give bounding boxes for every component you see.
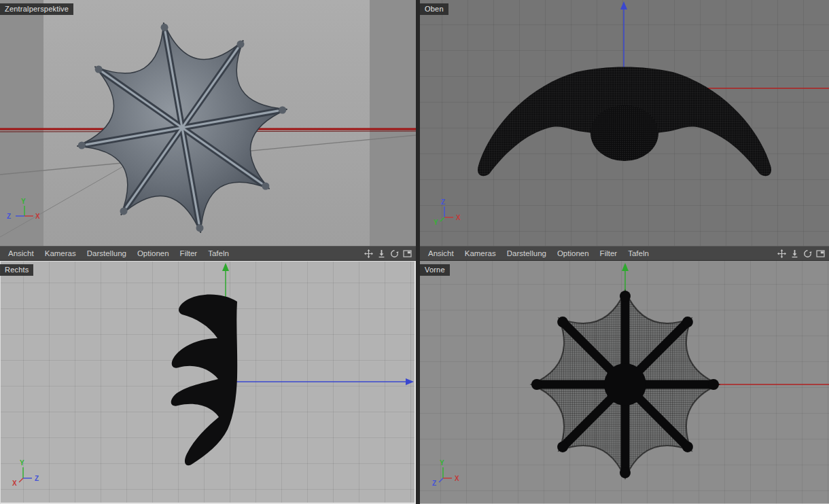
viewport-menubar-right: Ansicht Kameras Darstellung Optionen Fil…: [420, 246, 829, 261]
viewport-menubar-left: Ansicht Kameras Darstellung Optionen Fil…: [0, 246, 416, 261]
maximize-viewport-icon[interactable]: [402, 249, 412, 258]
axis-label-y: Y: [434, 219, 438, 226]
dolly-icon[interactable]: [790, 249, 799, 258]
camera-tool-icons: [777, 249, 826, 258]
axis-gizmo: Y Z X: [7, 198, 40, 220]
menu-filter[interactable]: Filter: [595, 249, 623, 258]
pan-icon[interactable]: [777, 249, 786, 258]
axis-label-z: Z: [35, 475, 39, 482]
pan-icon[interactable]: [364, 249, 373, 258]
maximize-viewport-icon[interactable]: [815, 249, 825, 258]
menu-filter[interactable]: Filter: [175, 249, 203, 258]
scene-perspective: Y Z X: [0, 0, 416, 246]
z-axis-arrow: [620, 1, 627, 10]
viewport-label: Zentralperspektive: [0, 3, 73, 15]
rotate-icon[interactable]: [802, 249, 812, 258]
menu-darstellung[interactable]: Darstellung: [501, 249, 552, 258]
viewport-top[interactable]: Z X Y Oben: [420, 0, 829, 246]
menu-optionen[interactable]: Optionen: [132, 249, 175, 258]
axis-label-z: Z: [7, 213, 11, 220]
axis-label-x: X: [456, 214, 461, 221]
viewport-perspective[interactable]: Y Z X Zentralperspektive: [0, 0, 416, 246]
scene-right: Y Z X: [0, 261, 416, 504]
viewport-front[interactable]: Y X Z Vorne: [420, 261, 829, 504]
scene-front: Y X Z: [420, 261, 829, 504]
right-viewport-column: Z X Y Oben Ansicht Kameras Darstellung O…: [420, 0, 829, 504]
menu-tafeln[interactable]: Tafeln: [622, 249, 654, 258]
axis-label-x: X: [35, 213, 40, 220]
axis-gizmo: Z X Y: [434, 198, 461, 226]
mesh-object-front-wireframe: [531, 291, 719, 478]
menu-kameras[interactable]: Kameras: [459, 249, 501, 258]
y-axis-arrow: [622, 263, 629, 271]
axis-label-z: Z: [432, 480, 436, 487]
axis-label-z: Z: [441, 198, 445, 206]
menu-tafeln[interactable]: Tafeln: [202, 249, 234, 258]
mesh-object-top-wireframe: [478, 67, 771, 177]
axis-gizmo: Y X Z: [432, 459, 459, 487]
menu-kameras[interactable]: Kameras: [39, 249, 82, 258]
z-axis-arrow: [406, 378, 414, 385]
rotate-icon[interactable]: [389, 249, 399, 258]
mesh-object-side-silhouette: [171, 295, 238, 466]
axis-label-y: Y: [440, 459, 444, 467]
y-axis-arrow: [222, 263, 229, 271]
menu-ansicht[interactable]: Ansicht: [423, 249, 459, 258]
viewport-label: Vorne: [420, 264, 450, 276]
axis-label-x: X: [455, 475, 459, 482]
viewport-label: Oben: [420, 3, 448, 15]
axis-label-y: Y: [21, 198, 26, 205]
viewport-label: Rechts: [0, 264, 33, 276]
menu-darstellung[interactable]: Darstellung: [82, 249, 132, 258]
scene-top: Z X Y: [420, 0, 829, 246]
four-view-layout: Y Z X Zentralperspektive Ansicht Kameras…: [0, 0, 829, 504]
menu-optionen[interactable]: Optionen: [552, 249, 595, 258]
axis-gizmo: Y Z X: [12, 459, 39, 487]
viewport-right[interactable]: Y Z X Rechts: [0, 261, 416, 504]
axis-label-x: X: [12, 480, 17, 487]
dolly-icon[interactable]: [376, 249, 386, 258]
menu-ansicht[interactable]: Ansicht: [3, 249, 39, 258]
axis-label-y: Y: [20, 459, 24, 467]
camera-tool-icons: [364, 249, 413, 258]
left-viewport-column: Y Z X Zentralperspektive Ansicht Kameras…: [0, 0, 416, 504]
